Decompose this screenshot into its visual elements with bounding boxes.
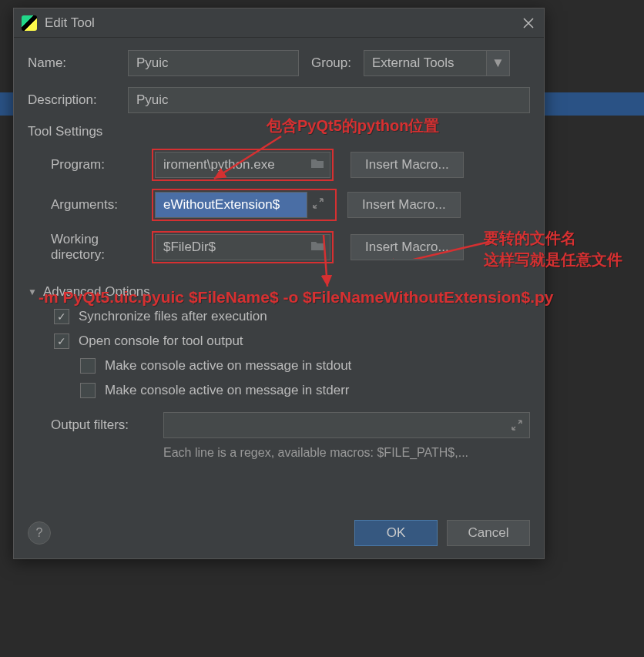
expand-icon[interactable] [312,197,324,213]
stderr-label: Make console active on message in stderr [105,383,350,398]
output-filters-label: Output filters: [51,417,163,433]
sync-label: Synchronize files after execution [79,309,267,324]
insert-macro-wd-button[interactable]: Insert Macro... [351,234,464,260]
folder-icon[interactable] [310,240,324,255]
titlebar: Edit Tool [14,8,544,38]
program-input[interactable] [155,152,330,178]
arguments-input[interactable] [155,192,307,218]
cancel-button[interactable]: Cancel [447,520,530,546]
stdout-label: Make console active on message in stdout [105,358,351,374]
stderr-checkbox[interactable] [80,383,96,398]
pycharm-icon [22,15,37,31]
description-input[interactable] [128,87,530,113]
group-label: Group: [311,55,351,71]
output-hint: Each line is a regex, available macros: … [28,446,530,460]
name-label: Name: [28,55,128,71]
insert-macro-arguments-button[interactable]: Insert Macro... [347,192,461,218]
triangle-down-icon: ▼ [28,287,37,297]
description-label: Description: [28,92,128,108]
group-combo[interactable]: External Tools [364,50,487,76]
edit-tool-dialog: Edit Tool Name: Group: External Tools ▼ … [13,8,545,559]
console-label: Open console for tool output [79,334,243,349]
working-directory-label: Working directory: [28,232,155,263]
console-checkbox[interactable] [54,334,69,349]
group-value: External Tools [372,55,454,71]
close-icon[interactable] [521,15,536,31]
name-input[interactable] [128,50,299,76]
chevron-down-icon[interactable]: ▼ [487,50,510,76]
sync-checkbox[interactable] [54,309,69,324]
insert-macro-program-button[interactable]: Insert Macro... [351,152,464,178]
program-label: Program: [28,157,155,173]
working-directory-input[interactable] [155,234,330,260]
expand-icon[interactable] [511,419,523,435]
tool-settings-heading: Tool Settings [28,124,530,139]
ok-button[interactable]: OK [354,520,438,546]
folder-icon[interactable] [310,157,324,173]
help-button[interactable]: ? [28,521,51,545]
window-title: Edit Tool [45,15,521,31]
advanced-options-toggle[interactable]: ▼ Advanced Options [28,284,530,300]
output-filters-input[interactable] [163,412,530,438]
stdout-checkbox[interactable] [80,358,96,374]
advanced-heading: Advanced Options [43,284,150,300]
arguments-label: Arguments: [28,197,155,213]
